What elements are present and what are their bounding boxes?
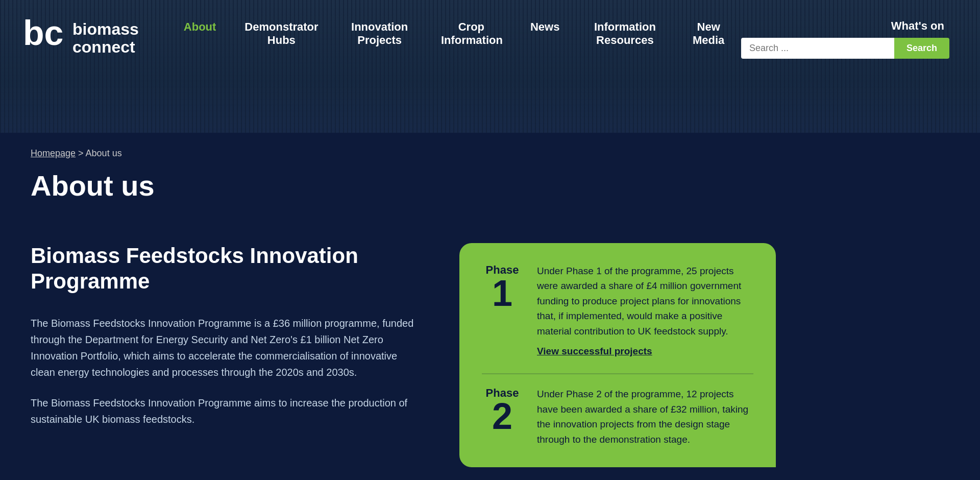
phase-2-number: 2 xyxy=(482,400,523,433)
nav-about[interactable]: About xyxy=(169,10,231,44)
intro-paragraph-2: The Biomass Feedstocks Innovation Progra… xyxy=(31,395,419,427)
phase-2-content: Under Phase 2 of the programme, 12 proje… xyxy=(537,387,753,447)
svg-text:bc: bc xyxy=(23,15,63,52)
breadcrumb: Homepage > About us xyxy=(31,148,949,159)
nav-news[interactable]: News xyxy=(516,10,574,44)
breadcrumb-separator: > xyxy=(76,148,86,158)
nav-demonstrator-hubs[interactable]: Demonstrator Hubs xyxy=(230,10,332,58)
search-row: Search xyxy=(741,38,949,59)
nav-items: About Demonstrator Hubs Innovation Proje… xyxy=(169,10,741,58)
page-header-section: Homepage > About us About us xyxy=(0,133,980,223)
nav-information-resources[interactable]: Information Resources xyxy=(574,10,676,58)
nav-whats-on[interactable]: What's on xyxy=(886,19,949,33)
phase-1-label: Phase 1 xyxy=(482,263,523,310)
breadcrumb-current: About us xyxy=(86,148,122,158)
search-area: What's on Search xyxy=(741,10,949,59)
nav-crop-information[interactable]: Crop Information xyxy=(427,10,516,58)
phase-1-content: Under Phase 1 of the programme, 25 proje… xyxy=(537,263,753,357)
logo-text: biomass connect xyxy=(72,20,139,56)
main-nav: bc biomass connect About Demonstrator Hu… xyxy=(0,0,980,61)
breadcrumb-home[interactable]: Homepage xyxy=(31,148,76,158)
phase-1-number: 1 xyxy=(482,277,523,310)
page-title: About us xyxy=(31,169,949,202)
search-button[interactable]: Search xyxy=(894,38,949,59)
logo[interactable]: bc biomass connect xyxy=(20,10,139,61)
left-content: Biomass Feedstocks Innovation Programme … xyxy=(31,243,419,442)
logo-icon: bc xyxy=(20,15,66,61)
section-title: Biomass Feedstocks Innovation Programme xyxy=(31,243,419,295)
phase-1-link[interactable]: View successful projects xyxy=(537,346,652,357)
phase-2-block: Phase 2 Under Phase 2 of the programme, … xyxy=(482,387,753,447)
nav-new-media[interactable]: New Media xyxy=(676,10,741,58)
phase-2-text: Under Phase 2 of the programme, 12 proje… xyxy=(537,387,753,447)
right-content: Phase 1 Under Phase 1 of the programme, … xyxy=(459,243,776,467)
nav-innovation-projects[interactable]: Innovation Projects xyxy=(332,10,427,58)
phase-1-text: Under Phase 1 of the programme, 25 proje… xyxy=(537,263,753,339)
site-header: bc biomass connect About Demonstrator Hu… xyxy=(0,0,980,133)
main-content: Biomass Feedstocks Innovation Programme … xyxy=(0,223,980,480)
phase-2-label: Phase 2 xyxy=(482,387,523,433)
phase-divider xyxy=(482,373,753,374)
phase-1-block: Phase 1 Under Phase 1 of the programme, … xyxy=(482,263,753,357)
phase-card: Phase 1 Under Phase 1 of the programme, … xyxy=(459,243,776,467)
intro-paragraph-1: The Biomass Feedstocks Innovation Progra… xyxy=(31,315,419,380)
search-input[interactable] xyxy=(741,38,894,59)
